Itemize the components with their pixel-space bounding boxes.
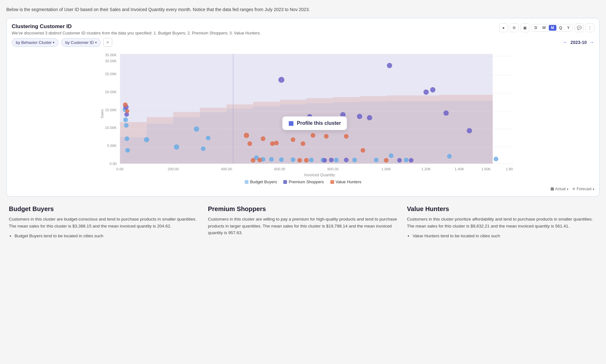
scatter-dot[interactable] xyxy=(324,134,329,139)
scatter-dot[interactable] xyxy=(261,136,266,141)
scatter-dot[interactable] xyxy=(447,154,452,159)
scatter-dot[interactable] xyxy=(404,158,408,162)
scatter-dot[interactable] xyxy=(367,115,372,120)
toolbar-left: by Behavior Cluster ▾ by Customer ID ▾ + xyxy=(12,38,112,47)
scatter-dot[interactable] xyxy=(291,157,296,162)
scatter-dot[interactable] xyxy=(409,158,413,163)
scatter-dot[interactable] xyxy=(248,141,252,146)
scatter-dot[interactable] xyxy=(389,153,394,158)
date-navigator: ← 2023-10 → xyxy=(563,39,594,45)
scatter-dot[interactable] xyxy=(334,158,339,162)
svg-text:1.20K: 1.20K xyxy=(421,167,431,171)
dot-control-btn[interactable]: ● xyxy=(499,23,508,32)
scatter-dot[interactable] xyxy=(387,63,392,68)
scatter-dot[interactable] xyxy=(125,109,129,113)
scatter-dot[interactable] xyxy=(344,134,349,139)
scatter-dot[interactable] xyxy=(124,123,129,128)
scatter-dot[interactable] xyxy=(361,148,365,153)
scatter-dot[interactable] xyxy=(494,157,499,161)
scatter-dot[interactable] xyxy=(244,133,249,138)
period-btn-d[interactable]: D xyxy=(532,25,540,31)
actual-label: Actual xyxy=(555,187,566,191)
actual-toggle[interactable]: Actual ▾ xyxy=(551,187,568,191)
profile-cluster-tooltip[interactable]: ▦ Profile this cluster xyxy=(282,116,347,130)
period-btn-q[interactable]: Q xyxy=(557,25,564,31)
chart-bottom-bar: Actual ▾ ❄ Forecast ▾ xyxy=(12,184,594,191)
scatter-dot[interactable] xyxy=(257,158,262,162)
prev-date-btn[interactable]: ← xyxy=(563,39,568,45)
scatter-dot[interactable] xyxy=(322,158,327,163)
scatter-dot[interactable] xyxy=(123,118,128,122)
scatter-dot[interactable] xyxy=(279,77,285,83)
chat-icon: 💬 xyxy=(577,26,582,30)
scatter-dot[interactable] xyxy=(269,157,274,162)
more-btn[interactable]: ⋮ xyxy=(585,23,594,32)
scatter-dot[interactable] xyxy=(430,87,436,93)
cluster-premium-title: Premium Shoppers xyxy=(208,205,398,213)
scatter-dot[interactable] xyxy=(344,158,349,162)
behavior-cluster-tab[interactable]: by Behavior Cluster ▾ xyxy=(12,38,58,47)
actual-color-swatch xyxy=(551,187,554,191)
scatter-dot[interactable] xyxy=(125,148,130,153)
scatter-dot[interactable] xyxy=(384,158,389,163)
scatter-dot[interactable] xyxy=(174,144,179,150)
scatter-dot[interactable] xyxy=(270,141,275,146)
scatter-dot[interactable] xyxy=(291,137,296,142)
scatter-dot[interactable] xyxy=(274,141,279,145)
scatter-dot[interactable] xyxy=(352,158,357,162)
chart-svg: 0.00 5.00K 10.00K 15.00K 20.00K 25.00K 3… xyxy=(12,51,594,177)
period-btn-w[interactable]: W xyxy=(540,25,548,31)
svg-text:35.00K: 35.00K xyxy=(105,53,117,57)
scatter-dot[interactable] xyxy=(144,137,149,143)
chat-btn[interactable]: 💬 xyxy=(575,23,584,32)
scatter-dot[interactable] xyxy=(297,158,302,163)
scatter-dot[interactable] xyxy=(125,136,129,141)
scatter-chart: 0.00 5.00K 10.00K 15.00K 20.00K 25.00K 3… xyxy=(12,51,594,177)
legend-color-premium xyxy=(283,180,287,184)
more-icon: ⋮ xyxy=(588,26,592,30)
scatter-dot[interactable] xyxy=(301,141,305,146)
forecast-toggle[interactable]: ❄ Forecast ▾ xyxy=(572,187,594,191)
scatter-dot[interactable] xyxy=(397,158,402,163)
scatter-dot[interactable] xyxy=(467,128,472,133)
scatter-dot[interactable] xyxy=(201,146,205,151)
period-btn-m[interactable]: M xyxy=(549,25,556,31)
scatter-dot[interactable] xyxy=(357,114,362,119)
scatter-dot[interactable] xyxy=(251,158,255,163)
chart-legend: Budget Buyers Premium Shoppers Value Hun… xyxy=(12,179,594,184)
scatter-dot[interactable] xyxy=(444,110,449,116)
card-subtitle: We've discovered 3 distinct Customer ID … xyxy=(12,31,261,35)
svg-text:1.60K: 1.60K xyxy=(481,167,491,171)
scatter-dot[interactable] xyxy=(374,158,379,162)
svg-text:800.00: 800.00 xyxy=(327,167,339,171)
scatter-dot[interactable] xyxy=(304,158,309,163)
svg-text:30.00K: 30.00K xyxy=(105,59,117,63)
period-btn-y[interactable]: Y xyxy=(565,25,572,31)
scatter-dot[interactable] xyxy=(311,133,315,138)
legend-color-budget xyxy=(245,180,248,184)
cluster-budget-buyers: Budget Buyers Customers in this cluster … xyxy=(9,205,199,240)
gear-btn[interactable]: ⚙ xyxy=(510,23,519,32)
circle-icon: ● xyxy=(502,26,505,30)
svg-text:15.00K: 15.00K xyxy=(105,108,117,112)
svg-text:400.00: 400.00 xyxy=(221,167,232,171)
scatter-dot[interactable] xyxy=(279,157,284,162)
scatter-dot[interactable] xyxy=(194,126,199,132)
cluster-premium-shoppers: Premium Shoppers Customers in this clust… xyxy=(208,205,398,240)
scatter-dot[interactable] xyxy=(424,89,429,95)
svg-text:25.00K: 25.00K xyxy=(105,72,117,76)
next-date-btn[interactable]: → xyxy=(589,39,594,45)
tooltip-text: Profile this cluster xyxy=(297,120,341,126)
scatter-dot[interactable] xyxy=(309,158,314,162)
cluster-value-desc: Customers in this cluster prioritize aff… xyxy=(407,216,597,229)
bar-chart-icon: ▦ xyxy=(288,120,294,127)
cluster-premium-desc: Customers in this cluster are willing to… xyxy=(208,216,398,236)
scatter-dot[interactable] xyxy=(123,102,128,107)
snowflake-icon: ❄ xyxy=(572,187,575,191)
scatter-dot[interactable] xyxy=(206,136,211,140)
window-btn[interactable]: ▣ xyxy=(521,23,529,32)
scatter-dot[interactable] xyxy=(329,158,334,162)
customer-id-tab[interactable]: by Customer ID ▾ xyxy=(61,38,101,47)
card-header: Clustering Customer ID We've discovered … xyxy=(12,23,594,35)
add-tab-btn[interactable]: + xyxy=(103,38,112,47)
